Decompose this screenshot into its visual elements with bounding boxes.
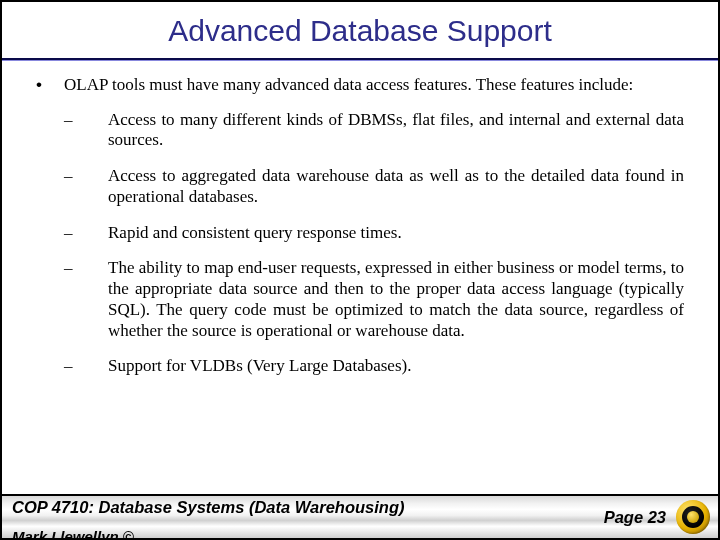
sub-bullet-list: – Access to many different kinds of DBMS…	[64, 110, 684, 377]
title-area: Advanced Database Support	[2, 2, 718, 52]
footer-author: Mark Llewellyn ©	[12, 527, 404, 540]
list-item: – The ability to map end-user requests, …	[64, 258, 684, 341]
item-text: Access to aggregated data warehouse data…	[108, 166, 684, 207]
item-text: The ability to map end-user requests, ex…	[108, 258, 684, 341]
intro-bullet: • OLAP tools must have many advanced dat…	[36, 75, 684, 96]
list-item: – Access to many different kinds of DBMS…	[64, 110, 684, 151]
list-item: – Support for VLDBs (Very Large Database…	[64, 356, 684, 377]
list-item: – Rapid and consistent query response ti…	[64, 223, 684, 244]
item-text: Access to many different kinds of DBMSs,…	[108, 110, 684, 151]
footer-bar: COP 4710: Database Systems (Data Warehou…	[2, 494, 718, 538]
dash-icon: –	[64, 166, 108, 207]
bullet-dot-icon: •	[36, 75, 64, 96]
footer-left: COP 4710: Database Systems (Data Warehou…	[2, 499, 404, 534]
slide: Advanced Database Support • OLAP tools m…	[0, 0, 720, 540]
slide-body: • OLAP tools must have many advanced dat…	[2, 61, 718, 538]
footer-logo	[674, 495, 718, 539]
item-text: Support for VLDBs (Very Large Databases)…	[108, 356, 684, 377]
dash-icon: –	[64, 258, 108, 341]
ucf-pegasus-icon	[676, 500, 710, 534]
dash-icon: –	[64, 223, 108, 244]
footer-course: COP 4710: Database Systems (Data Warehou…	[12, 499, 404, 516]
intro-text: OLAP tools must have many advanced data …	[64, 75, 684, 96]
slide-title: Advanced Database Support	[2, 14, 718, 48]
list-item: – Access to aggregated data warehouse da…	[64, 166, 684, 207]
footer-page-number: Page 23	[604, 508, 674, 527]
item-text: Rapid and consistent query response time…	[108, 223, 684, 244]
dash-icon: –	[64, 356, 108, 377]
dash-icon: –	[64, 110, 108, 151]
